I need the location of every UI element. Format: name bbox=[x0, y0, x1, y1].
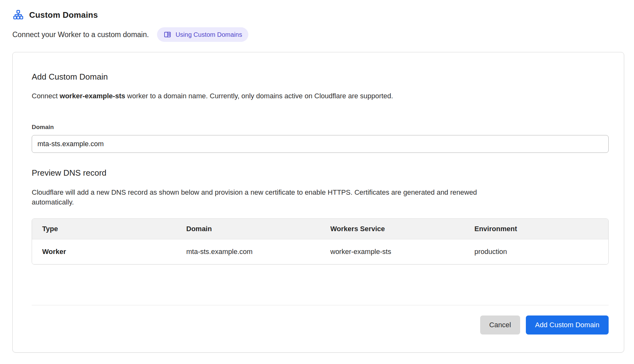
table-header-row: Type Domain Workers Service Environment bbox=[32, 219, 608, 239]
description-prefix: Connect bbox=[32, 92, 60, 100]
sitemap-icon bbox=[12, 10, 24, 20]
docs-link-label: Using Custom Domains bbox=[175, 31, 242, 38]
cell-type: Worker bbox=[32, 239, 176, 264]
dns-preview-table: Type Domain Workers Service Environment … bbox=[32, 218, 609, 264]
cancel-button[interactable]: Cancel bbox=[480, 315, 520, 335]
cell-workers-service: worker-example-sts bbox=[320, 239, 464, 264]
table-row: Worker mta-sts.example.com worker-exampl… bbox=[32, 239, 608, 264]
preview-dns-description: Cloudflare will add a new DNS record as … bbox=[32, 187, 495, 207]
footer-divider bbox=[32, 305, 609, 305]
card-footer: Cancel Add Custom Domain bbox=[32, 305, 609, 335]
custom-domains-page: Custom Domains Connect your Worker to a … bbox=[0, 0, 634, 353]
add-custom-domain-button[interactable]: Add Custom Domain bbox=[526, 315, 609, 335]
page-header: Custom Domains bbox=[12, 10, 622, 20]
page-subtitle: Connect your Worker to a custom domain. bbox=[12, 30, 149, 39]
column-header-environment: Environment bbox=[464, 219, 608, 239]
cell-environment: production bbox=[464, 239, 608, 264]
card-heading: Add Custom Domain bbox=[32, 72, 609, 82]
domain-label: Domain bbox=[32, 124, 609, 131]
column-header-workers-service: Workers Service bbox=[320, 219, 464, 239]
page-title: Custom Domains bbox=[29, 10, 98, 20]
worker-name: worker-example-sts bbox=[60, 92, 125, 100]
card-description: Connect worker-example-sts worker to a d… bbox=[32, 92, 609, 100]
cell-domain: mta-sts.example.com bbox=[176, 239, 320, 264]
domain-input[interactable] bbox=[32, 135, 609, 153]
column-header-domain: Domain bbox=[176, 219, 320, 239]
open-book-icon bbox=[163, 30, 172, 39]
add-custom-domain-card: Add Custom Domain Connect worker-example… bbox=[12, 52, 624, 353]
actions-row: Cancel Add Custom Domain bbox=[32, 315, 609, 335]
description-suffix: worker to a domain name. Currently, only… bbox=[125, 92, 393, 100]
docs-link-badge[interactable]: Using Custom Domains bbox=[157, 27, 248, 42]
page-subtitle-row: Connect your Worker to a custom domain. … bbox=[12, 27, 622, 42]
column-header-type: Type bbox=[32, 219, 176, 239]
preview-dns-heading: Preview DNS record bbox=[32, 168, 609, 178]
